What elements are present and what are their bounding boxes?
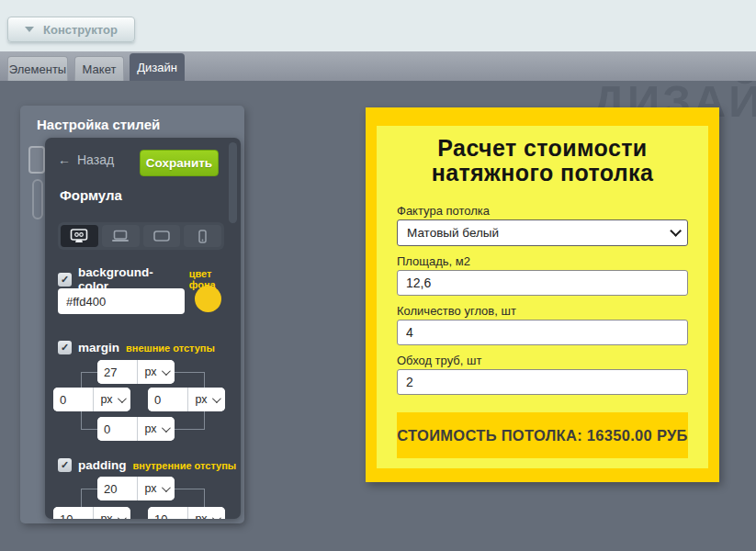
padding-right-input[interactable] bbox=[148, 507, 188, 519]
chevron-down-icon bbox=[162, 483, 171, 492]
calculator-widget: Расчет стоимости натяжного потолка Факту… bbox=[366, 107, 719, 482]
device-switcher bbox=[58, 222, 224, 250]
unit-label: px bbox=[195, 512, 207, 519]
unit-label: px bbox=[144, 482, 156, 495]
padding-right-unit: px bbox=[148, 507, 225, 519]
margin-property-row: ✓ margin внешние отступы bbox=[58, 341, 215, 354]
calculator-inner: Расчет стоимости натяжного потолка Факту… bbox=[377, 126, 708, 468]
chevron-down-icon bbox=[212, 513, 221, 519]
padding-property-row: ✓ padding внутренние отступы bbox=[58, 458, 236, 472]
margin-right-unit-select[interactable]: px bbox=[188, 388, 225, 411]
laptop-icon bbox=[111, 230, 130, 242]
background-color-value-input[interactable] bbox=[58, 288, 185, 314]
tab-elements-label: Элементы bbox=[9, 62, 66, 76]
field-label-pipes: Обход труб, шт bbox=[397, 354, 688, 367]
unit-label: px bbox=[100, 512, 112, 519]
tablet-icon bbox=[153, 231, 170, 242]
padding-left-unit-select[interactable]: px bbox=[94, 507, 130, 519]
padding-box-editor: px px px bbox=[45, 477, 241, 519]
unit-label: px bbox=[144, 365, 156, 378]
color-swatch[interactable] bbox=[195, 286, 221, 312]
constructor-menu-button[interactable]: Конструктор bbox=[7, 17, 135, 42]
area-input[interactable] bbox=[397, 270, 688, 296]
dropdown-triangle-icon bbox=[25, 27, 34, 32]
styles-settings-panel: Настройка стилей ← Назад Сохранить Форму… bbox=[20, 106, 244, 523]
texture-select-value: Матовый белый bbox=[407, 226, 499, 240]
device-phone-button[interactable] bbox=[184, 225, 221, 247]
margin-top-unit: px bbox=[97, 360, 175, 384]
unit-label: px bbox=[100, 393, 112, 406]
calculator-title-line2: натяжного потолка bbox=[397, 161, 688, 186]
panel-scrollbar[interactable] bbox=[229, 142, 237, 223]
calculator-title-line1: Расчет стоимости bbox=[397, 136, 688, 161]
padding-top-unit-select[interactable]: px bbox=[138, 477, 175, 500]
unit-label: px bbox=[144, 422, 156, 435]
property-name: padding bbox=[78, 458, 127, 472]
device-desktop-button[interactable] bbox=[61, 225, 98, 247]
padding-top-unit: px bbox=[97, 477, 175, 500]
back-button[interactable]: ← Назад bbox=[58, 152, 114, 167]
desktop-icon bbox=[70, 229, 88, 243]
corners-input[interactable] bbox=[397, 320, 688, 345]
chevron-down-icon bbox=[670, 225, 682, 237]
margin-checkbox[interactable]: ✓ bbox=[58, 341, 72, 354]
margin-bottom-unit: px bbox=[97, 417, 175, 441]
phone-icon bbox=[198, 230, 207, 243]
margin-right-unit: px bbox=[148, 388, 225, 411]
chevron-down-icon bbox=[118, 394, 127, 403]
padding-right-unit-select[interactable]: px bbox=[188, 507, 225, 519]
padding-left-input[interactable] bbox=[53, 507, 94, 519]
unit-label: px bbox=[195, 393, 207, 406]
tab-design[interactable]: Дизайн bbox=[130, 53, 185, 81]
margin-left-unit: px bbox=[53, 388, 130, 411]
background-color-checkbox[interactable]: ✓ bbox=[58, 273, 72, 287]
margin-bottom-unit-select[interactable]: px bbox=[138, 417, 175, 441]
chevron-down-icon bbox=[212, 394, 221, 403]
padding-left-unit: px bbox=[53, 507, 130, 519]
margin-top-input[interactable] bbox=[97, 360, 138, 384]
element-name: Формула bbox=[60, 187, 122, 203]
field-label-texture: Фактура потолка bbox=[397, 204, 688, 218]
design-canvas: ДИЗАЙН Настройка стилей ← Назад Сохранит… bbox=[0, 81, 756, 551]
texture-select[interactable]: Матовый белый bbox=[397, 219, 688, 246]
tab-elements[interactable]: Элементы bbox=[7, 56, 68, 81]
back-label: Назад bbox=[77, 152, 114, 167]
tab-layout-label: Макет bbox=[83, 62, 117, 76]
field-label-area: Площадь, м2 bbox=[397, 254, 688, 268]
margin-box-editor: px px px bbox=[45, 360, 241, 443]
chevron-down-icon bbox=[162, 423, 171, 433]
margin-top-unit-select[interactable]: px bbox=[138, 360, 175, 384]
tab-strip: Элементы Макет Дизайн bbox=[0, 51, 756, 81]
price-result-bar: СТОИМОСТЬ ПОТОЛКА: 16350.00 РУБ bbox=[397, 412, 688, 458]
style-editor-panel: ← Назад Сохранить Формула bbox=[45, 138, 241, 519]
margin-left-input[interactable] bbox=[53, 388, 94, 411]
tab-design-label: Дизайн bbox=[137, 61, 177, 74]
calculator-title: Расчет стоимости натяжного потолка bbox=[397, 136, 688, 186]
panel-title: Настройка стилей bbox=[37, 117, 160, 132]
margin-left-unit-select[interactable]: px bbox=[94, 388, 130, 411]
pipes-input[interactable] bbox=[397, 369, 688, 395]
device-laptop-button[interactable] bbox=[102, 225, 140, 247]
constructor-label: Конструктор bbox=[43, 23, 118, 37]
margin-bottom-input[interactable] bbox=[97, 417, 138, 441]
margin-right-input[interactable] bbox=[148, 388, 188, 411]
property-hint: внутренние отступы bbox=[133, 460, 237, 471]
property-hint: внешние отступы bbox=[126, 343, 215, 354]
top-bar: Конструктор bbox=[0, 0, 756, 51]
hidden-list-item bbox=[32, 179, 43, 219]
padding-top-input[interactable] bbox=[97, 477, 138, 500]
property-name: margin bbox=[78, 341, 119, 354]
field-label-corners: Количество углов, шт bbox=[397, 304, 688, 318]
back-arrow-icon: ← bbox=[58, 152, 71, 167]
tab-layout[interactable]: Макет bbox=[74, 56, 124, 81]
hidden-list-item bbox=[28, 146, 45, 174]
chevron-down-icon bbox=[118, 513, 127, 519]
device-tablet-button[interactable] bbox=[143, 225, 181, 247]
save-button[interactable]: Сохранить bbox=[140, 150, 219, 176]
chevron-down-icon bbox=[162, 366, 171, 376]
padding-checkbox[interactable]: ✓ bbox=[58, 458, 72, 472]
